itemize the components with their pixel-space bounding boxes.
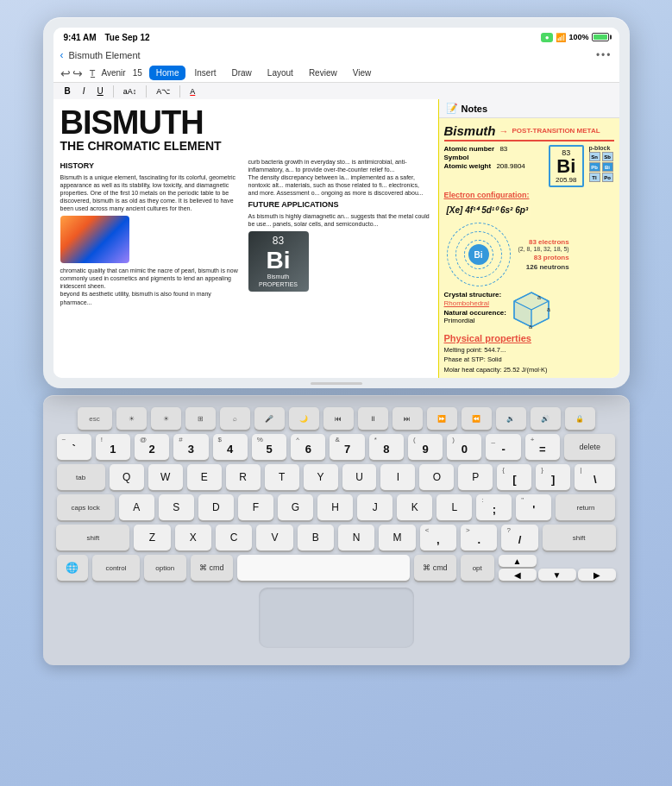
font-selector[interactable]: Avenir (102, 68, 126, 78)
key-i[interactable]: I (380, 464, 415, 490)
key-esc[interactable]: esc (78, 407, 112, 430)
key-g[interactable]: G (278, 494, 313, 520)
key-5[interactable]: %5 (252, 434, 286, 460)
key-4[interactable]: $4 (213, 434, 248, 460)
trackpad[interactable] (259, 588, 414, 648)
key-e[interactable]: E (187, 464, 222, 490)
back-icon[interactable]: ‹ (60, 49, 64, 61)
key-l[interactable]: L (436, 494, 472, 520)
key-7[interactable]: &7 (330, 434, 364, 460)
key-quote[interactable]: "' (516, 494, 551, 520)
key-brightness-up[interactable]: ☀ (151, 407, 181, 430)
key-u[interactable]: U (342, 464, 377, 490)
notes-body[interactable]: Bismuth → POST-TRANSITION METAL Atomic n… (439, 118, 619, 378)
key-t[interactable]: T (265, 464, 299, 490)
undo-button[interactable]: ↩ (60, 66, 71, 80)
key-p[interactable]: P (458, 464, 493, 490)
key-control[interactable]: control (92, 555, 139, 581)
key-dnd[interactable]: 🌙 (289, 407, 319, 430)
toolbar-dots[interactable]: ••• (596, 49, 612, 61)
key-semicolon[interactable]: :; (476, 494, 512, 520)
key-lock[interactable]: 🔒 (565, 407, 595, 430)
key-6[interactable]: ^6 (291, 434, 325, 460)
key-9[interactable]: (9 (408, 434, 443, 460)
key-right[interactable]: ▶ (578, 569, 616, 581)
key-h[interactable]: H (317, 494, 353, 520)
key-period[interactable]: >. (461, 525, 497, 550)
key-vol-up[interactable]: 🔊 (531, 407, 561, 430)
key-shift-right[interactable]: shift (543, 525, 616, 550)
key-shift-left[interactable]: shift (56, 525, 129, 550)
key-up[interactable]: ▲ (499, 555, 537, 567)
tab-view[interactable]: View (346, 66, 379, 80)
font-size-button[interactable]: aA↕ (119, 85, 141, 97)
key-n[interactable]: N (338, 525, 374, 550)
highlight-button[interactable]: A⌥ (152, 85, 174, 97)
key-forward[interactable]: ⏪ (462, 407, 492, 430)
underline-button[interactable]: U (93, 85, 108, 97)
key-space[interactable] (237, 555, 410, 581)
key-backslash[interactable]: |\ (575, 464, 615, 490)
tab-draw[interactable]: Draw (225, 66, 259, 80)
key-q[interactable]: Q (110, 464, 144, 490)
key-o[interactable]: O (419, 464, 454, 490)
key-x[interactable]: X (175, 525, 211, 550)
key-s[interactable]: S (159, 494, 194, 520)
key-1[interactable]: !1 (96, 434, 130, 460)
key-rbracket[interactable]: }] (536, 464, 570, 490)
italic-button[interactable]: I (79, 85, 90, 97)
key-z[interactable]: Z (134, 525, 170, 550)
key-lbracket[interactable]: {[ (497, 464, 531, 490)
key-brightness-down[interactable]: ☀ (116, 407, 147, 430)
key-equals[interactable]: += (525, 434, 560, 460)
key-8[interactable]: *8 (369, 434, 404, 460)
key-slash[interactable]: ?/ (501, 525, 537, 550)
key-y[interactable]: Y (304, 464, 338, 490)
key-option-left[interactable]: option (144, 555, 186, 581)
key-backtick[interactable]: ~` (57, 434, 91, 460)
key-b[interactable]: B (298, 525, 334, 550)
key-v[interactable]: V (256, 525, 292, 550)
key-dictation[interactable]: 🎤 (254, 407, 285, 430)
key-a[interactable]: A (119, 494, 154, 520)
format-icon[interactable]: T̲ (90, 68, 95, 78)
tab-insert[interactable]: Insert (187, 66, 223, 80)
key-rewind[interactable]: ⏩ (427, 407, 457, 430)
key-mission[interactable]: ⊞ (185, 407, 216, 430)
key-j[interactable]: J (357, 494, 393, 520)
tab-review[interactable]: Review (302, 66, 344, 80)
key-return[interactable]: return (556, 494, 615, 520)
key-capslock[interactable]: caps lock (57, 494, 115, 520)
key-f[interactable]: F (238, 494, 273, 520)
key-comma[interactable]: <, (420, 525, 456, 550)
font-size-selector[interactable]: 15 (133, 68, 142, 78)
key-down[interactable]: ▼ (538, 569, 576, 581)
key-play[interactable]: ⏸ (358, 407, 388, 430)
key-search[interactable]: ⌕ (220, 407, 250, 430)
key-w[interactable]: W (148, 464, 183, 490)
key-left[interactable]: ◀ (499, 569, 537, 581)
key-minus[interactable]: _- (486, 434, 520, 460)
tab-home[interactable]: Home (149, 66, 186, 80)
key-k[interactable]: K (397, 494, 432, 520)
key-delete[interactable]: delete (564, 434, 615, 460)
key-0[interactable]: )0 (447, 434, 481, 460)
key-cmd-left[interactable]: ⌘ cmd (191, 555, 233, 581)
key-r[interactable]: R (226, 464, 261, 490)
word-document[interactable]: BISMUTH THE CHROMATIC ELEMENT HISTORY Bi… (53, 99, 438, 378)
tab-layout[interactable]: Layout (261, 66, 300, 80)
key-d[interactable]: D (198, 494, 234, 520)
key-option-right[interactable]: opt (461, 555, 494, 581)
key-cmd-right[interactable]: ⌘ cmd (414, 555, 456, 581)
text-color-button[interactable]: A (185, 85, 199, 97)
key-c[interactable]: C (216, 525, 252, 550)
key-next[interactable]: ⏭ (393, 407, 423, 430)
bold-button[interactable]: B (60, 85, 75, 97)
key-globe[interactable]: 🌐 (57, 555, 89, 581)
key-2[interactable]: @2 (135, 434, 169, 460)
redo-button[interactable]: ↪ (72, 66, 83, 80)
key-m[interactable]: M (379, 525, 415, 550)
key-prev[interactable]: ⏮ (323, 407, 354, 430)
key-3[interactable]: #3 (173, 434, 208, 460)
key-tab[interactable]: tab (57, 464, 105, 490)
